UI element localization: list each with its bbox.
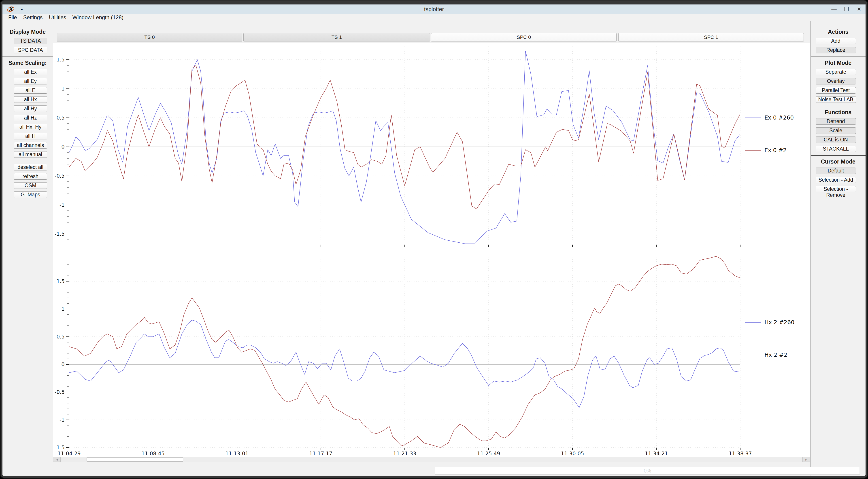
heading-plot-mode: Plot Mode	[811, 60, 866, 66]
button-all-ey[interactable]: all Ey	[13, 78, 47, 84]
menu-item-window-length-128[interactable]: Window Length (128)	[69, 14, 127, 21]
menu-item-file[interactable]: File	[5, 14, 20, 21]
plot-canvas[interactable]	[53, 43, 810, 457]
button-deselect-all[interactable]: deselect all	[13, 164, 47, 170]
menu-item-utilities[interactable]: Utilities	[45, 14, 69, 21]
tab-spc-1[interactable]: SPC 1	[618, 33, 804, 41]
button-selection-remove[interactable]: Selection - Remove	[816, 186, 856, 192]
button-all-manual[interactable]: all manual	[13, 151, 47, 158]
button-parallel-test[interactable]: Parallel Test	[816, 87, 856, 94]
heading-functions: Functions	[811, 109, 866, 115]
button-all-hz[interactable]: all Hz	[13, 114, 47, 121]
button-separate[interactable]: Separate	[816, 69, 856, 75]
sidebar-divider	[811, 155, 866, 156]
button-osm[interactable]: OSM	[13, 182, 47, 189]
minimize-button[interactable]: —	[831, 6, 837, 12]
button-overlay[interactable]: Overlay	[816, 78, 856, 84]
button-all-channels[interactable]: all channels	[13, 142, 47, 148]
scrollbar-thumb[interactable]	[87, 457, 183, 461]
progress-label: 0%	[644, 468, 651, 474]
button-scale[interactable]: Scale	[816, 127, 856, 134]
button-ts-data[interactable]: TS DATA	[13, 38, 47, 44]
heading-cursor-mode: Cursor Mode	[811, 159, 866, 165]
maximize-button[interactable]: ❐	[843, 6, 850, 12]
scroll-left-button[interactable]: ◂	[53, 457, 61, 462]
main-area: TS 0TS 1SPC 0SPC 1 Display ModeTS DATASP…	[2, 21, 866, 475]
right-sidebar: ActionsAddReplacePlot ModeSeparateOverla…	[810, 21, 866, 475]
button-all-hx[interactable]: all Hx	[13, 96, 47, 103]
button-cal-is-on[interactable]: CAL is ON	[816, 137, 856, 143]
button-selection-add[interactable]: Selection - Add	[816, 177, 856, 183]
sidebar-divider	[2, 57, 53, 57]
menu-item-settings[interactable]: Settings	[20, 14, 46, 21]
button-noise-test-lab[interactable]: Noise Test LAB	[816, 96, 856, 103]
button-all-hy[interactable]: all Hy	[13, 105, 47, 112]
heading-same-scaling: Same Scaling:	[2, 60, 53, 66]
button-stackall[interactable]: STACKALL	[816, 146, 856, 152]
sidebar-divider	[2, 161, 53, 161]
tab-ts-1[interactable]: TS 1	[243, 33, 430, 41]
button-replace[interactable]: Replace	[816, 47, 856, 54]
button-all-e[interactable]: all E	[13, 87, 47, 94]
progress-bar: 0%	[435, 467, 860, 475]
heading-display-mode: Display Mode	[2, 29, 53, 35]
window-title: tsplotter	[2, 4, 866, 14]
sidebar-divider	[811, 57, 866, 57]
button-default[interactable]: Default	[816, 168, 856, 174]
button-all-ex[interactable]: all Ex	[13, 69, 47, 75]
button-add[interactable]: Add	[816, 38, 856, 44]
menu-bar: FileSettingsUtilitiesWindow Length (128)	[2, 14, 866, 21]
titlebar[interactable]: X ● tsplotter —❐✕	[2, 4, 866, 14]
tab-spc-0[interactable]: SPC 0	[431, 33, 617, 41]
sidebar-divider	[811, 106, 866, 106]
app-window: X ● tsplotter —❐✕ FileSettingsUtilitiesW…	[1, 0, 867, 478]
scroll-right-button[interactable]: ▸	[802, 457, 810, 462]
left-sidebar: Display ModeTS DATASPC DATASame Scaling:…	[2, 21, 53, 475]
close-button[interactable]: ✕	[856, 6, 862, 12]
tab-ts-0[interactable]: TS 0	[57, 33, 242, 41]
window-controls: —❐✕	[831, 4, 862, 14]
horizontal-scrollbar[interactable]: ◂ ▸	[53, 457, 810, 462]
heading-actions: Actions	[811, 29, 866, 35]
button-detrend[interactable]: Detrend	[816, 118, 856, 125]
button-all-hx-hy[interactable]: all Hx, Hy	[13, 124, 47, 130]
button-all-h[interactable]: all H	[13, 133, 47, 139]
button-refresh[interactable]: refresh	[13, 173, 47, 180]
button-spc-data[interactable]: SPC DATA	[13, 47, 47, 54]
button-g-maps[interactable]: G. Maps	[13, 192, 47, 198]
